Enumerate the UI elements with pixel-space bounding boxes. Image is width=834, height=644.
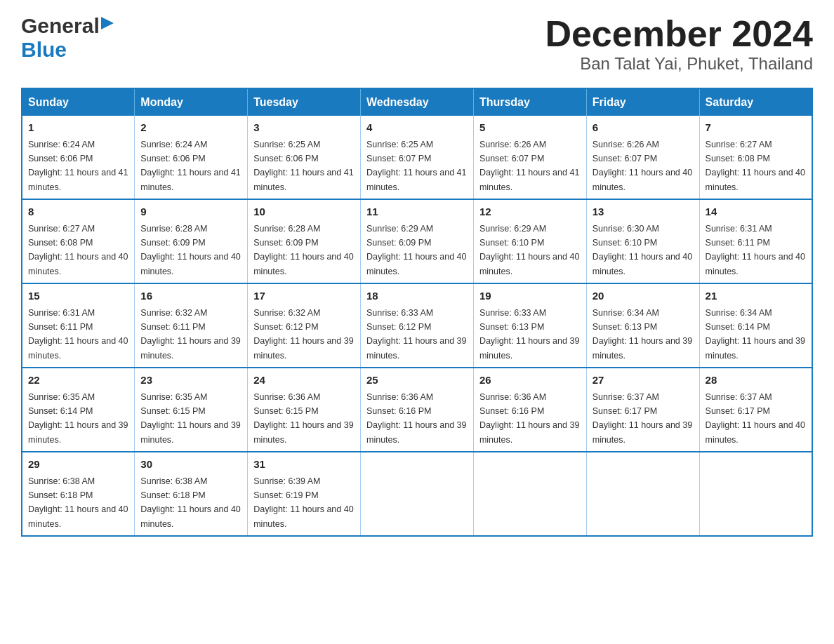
day-info: Sunrise: 6:25 AMSunset: 6:06 PMDaylight:… <box>253 140 353 192</box>
calendar-cell: 10Sunrise: 6:28 AMSunset: 6:09 PMDayligh… <box>248 199 361 283</box>
location-subtitle: Ban Talat Yai, Phuket, Thailand <box>545 54 813 74</box>
calendar-week-row: 15Sunrise: 6:31 AMSunset: 6:11 PMDayligh… <box>22 283 812 368</box>
calendar-cell: 18Sunrise: 6:33 AMSunset: 6:12 PMDayligh… <box>361 283 474 368</box>
calendar-week-row: 8Sunrise: 6:27 AMSunset: 6:08 PMDaylight… <box>22 199 812 283</box>
calendar-cell: 6Sunrise: 6:26 AMSunset: 6:07 PMDaylight… <box>586 116 699 199</box>
day-number: 9 <box>140 204 241 220</box>
calendar-cell: 16Sunrise: 6:32 AMSunset: 6:11 PMDayligh… <box>135 283 248 368</box>
day-number: 3 <box>253 120 355 136</box>
calendar-cell: 11Sunrise: 6:29 AMSunset: 6:09 PMDayligh… <box>361 199 474 283</box>
day-info: Sunrise: 6:24 AMSunset: 6:06 PMDaylight:… <box>28 140 128 192</box>
day-info: Sunrise: 6:38 AMSunset: 6:18 PMDaylight:… <box>140 476 240 529</box>
day-number: 12 <box>479 204 581 220</box>
calendar-cell: 4Sunrise: 6:25 AMSunset: 6:07 PMDaylight… <box>361 116 474 199</box>
day-number: 22 <box>28 373 128 389</box>
day-number: 13 <box>593 204 694 220</box>
day-info: Sunrise: 6:29 AMSunset: 6:09 PMDaylight:… <box>366 224 466 276</box>
logo: General Blue <box>21 14 114 62</box>
day-number: 26 <box>479 373 581 389</box>
day-info: Sunrise: 6:29 AMSunset: 6:10 PMDaylight:… <box>479 224 579 276</box>
day-number: 30 <box>140 457 241 473</box>
day-info: Sunrise: 6:37 AMSunset: 6:17 PMDaylight:… <box>706 392 805 445</box>
day-number: 11 <box>366 204 468 220</box>
day-number: 8 <box>28 204 128 220</box>
day-info: Sunrise: 6:31 AMSunset: 6:11 PMDaylight:… <box>706 224 805 276</box>
title-block: December 2024 Ban Talat Yai, Phuket, Tha… <box>545 14 813 74</box>
column-header-thursday: Thursday <box>473 88 586 116</box>
day-number: 19 <box>479 288 581 304</box>
day-info: Sunrise: 6:36 AMSunset: 6:16 PMDaylight:… <box>479 392 579 445</box>
day-number: 2 <box>140 120 241 136</box>
day-info: Sunrise: 6:28 AMSunset: 6:09 PMDaylight:… <box>140 224 240 276</box>
calendar-cell: 31Sunrise: 6:39 AMSunset: 6:19 PMDayligh… <box>248 452 361 536</box>
calendar-cell: 9Sunrise: 6:28 AMSunset: 6:09 PMDaylight… <box>135 199 248 283</box>
day-number: 25 <box>366 373 468 389</box>
day-info: Sunrise: 6:26 AMSunset: 6:07 PMDaylight:… <box>593 140 692 192</box>
day-number: 15 <box>28 288 128 304</box>
day-number: 23 <box>140 373 241 389</box>
calendar-cell: 21Sunrise: 6:34 AMSunset: 6:14 PMDayligh… <box>699 283 812 368</box>
svg-marker-0 <box>101 17 114 29</box>
day-info: Sunrise: 6:34 AMSunset: 6:14 PMDaylight:… <box>706 308 805 361</box>
day-number: 14 <box>706 204 806 220</box>
calendar-cell: 30Sunrise: 6:38 AMSunset: 6:18 PMDayligh… <box>135 452 248 536</box>
calendar-cell <box>361 452 474 536</box>
calendar-cell: 15Sunrise: 6:31 AMSunset: 6:11 PMDayligh… <box>22 283 135 368</box>
day-number: 18 <box>366 288 468 304</box>
day-number: 20 <box>593 288 694 304</box>
calendar-cell <box>473 452 586 536</box>
calendar-cell: 8Sunrise: 6:27 AMSunset: 6:08 PMDaylight… <box>22 199 135 283</box>
calendar-cell: 23Sunrise: 6:35 AMSunset: 6:15 PMDayligh… <box>135 368 248 452</box>
calendar-cell: 20Sunrise: 6:34 AMSunset: 6:13 PMDayligh… <box>586 283 699 368</box>
day-number: 1 <box>28 120 128 136</box>
day-number: 4 <box>366 120 468 136</box>
day-info: Sunrise: 6:35 AMSunset: 6:14 PMDaylight:… <box>28 392 128 445</box>
calendar-cell: 17Sunrise: 6:32 AMSunset: 6:12 PMDayligh… <box>248 283 361 368</box>
calendar-cell: 22Sunrise: 6:35 AMSunset: 6:14 PMDayligh… <box>22 368 135 452</box>
day-number: 5 <box>479 120 581 136</box>
column-header-sunday: Sunday <box>22 88 135 116</box>
column-header-tuesday: Tuesday <box>248 88 361 116</box>
day-number: 6 <box>593 120 694 136</box>
logo-blue-text: Blue <box>21 38 67 61</box>
day-info: Sunrise: 6:33 AMSunset: 6:13 PMDaylight:… <box>479 308 579 361</box>
day-info: Sunrise: 6:37 AMSunset: 6:17 PMDaylight:… <box>593 392 692 445</box>
day-number: 17 <box>253 288 355 304</box>
day-number: 7 <box>706 120 806 136</box>
page-header: General Blue December 2024 Ban Talat Yai… <box>21 14 813 74</box>
day-info: Sunrise: 6:24 AMSunset: 6:06 PMDaylight:… <box>140 140 240 192</box>
calendar-cell <box>586 452 699 536</box>
calendar-table: SundayMondayTuesdayWednesdayThursdayFrid… <box>21 88 813 537</box>
day-info: Sunrise: 6:34 AMSunset: 6:13 PMDaylight:… <box>593 308 692 361</box>
day-number: 24 <box>253 373 355 389</box>
day-info: Sunrise: 6:36 AMSunset: 6:15 PMDaylight:… <box>253 392 353 445</box>
day-number: 16 <box>140 288 241 304</box>
calendar-cell: 29Sunrise: 6:38 AMSunset: 6:18 PMDayligh… <box>22 452 135 536</box>
calendar-header-row: SundayMondayTuesdayWednesdayThursdayFrid… <box>22 88 812 116</box>
calendar-week-row: 29Sunrise: 6:38 AMSunset: 6:18 PMDayligh… <box>22 452 812 536</box>
day-info: Sunrise: 6:36 AMSunset: 6:16 PMDaylight:… <box>366 392 466 445</box>
day-number: 29 <box>28 457 128 473</box>
calendar-cell: 7Sunrise: 6:27 AMSunset: 6:08 PMDaylight… <box>699 116 812 199</box>
day-info: Sunrise: 6:32 AMSunset: 6:11 PMDaylight:… <box>140 308 240 361</box>
calendar-cell: 26Sunrise: 6:36 AMSunset: 6:16 PMDayligh… <box>473 368 586 452</box>
calendar-cell: 28Sunrise: 6:37 AMSunset: 6:17 PMDayligh… <box>699 368 812 452</box>
day-number: 21 <box>706 288 806 304</box>
day-info: Sunrise: 6:35 AMSunset: 6:15 PMDaylight:… <box>140 392 240 445</box>
day-info: Sunrise: 6:33 AMSunset: 6:12 PMDaylight:… <box>366 308 466 361</box>
day-info: Sunrise: 6:28 AMSunset: 6:09 PMDaylight:… <box>253 224 353 276</box>
calendar-cell: 2Sunrise: 6:24 AMSunset: 6:06 PMDaylight… <box>135 116 248 199</box>
day-info: Sunrise: 6:25 AMSunset: 6:07 PMDaylight:… <box>366 140 466 192</box>
day-number: 10 <box>253 204 355 220</box>
logo-general-text: General <box>21 14 100 38</box>
column-header-monday: Monday <box>135 88 248 116</box>
column-header-friday: Friday <box>586 88 699 116</box>
day-info: Sunrise: 6:32 AMSunset: 6:12 PMDaylight:… <box>253 308 353 361</box>
day-info: Sunrise: 6:39 AMSunset: 6:19 PMDaylight:… <box>253 476 353 529</box>
month-year-title: December 2024 <box>545 14 813 54</box>
calendar-cell <box>699 452 812 536</box>
calendar-cell: 3Sunrise: 6:25 AMSunset: 6:06 PMDaylight… <box>248 116 361 199</box>
calendar-cell: 13Sunrise: 6:30 AMSunset: 6:10 PMDayligh… <box>586 199 699 283</box>
day-number: 28 <box>706 373 806 389</box>
calendar-week-row: 1Sunrise: 6:24 AMSunset: 6:06 PMDaylight… <box>22 116 812 199</box>
